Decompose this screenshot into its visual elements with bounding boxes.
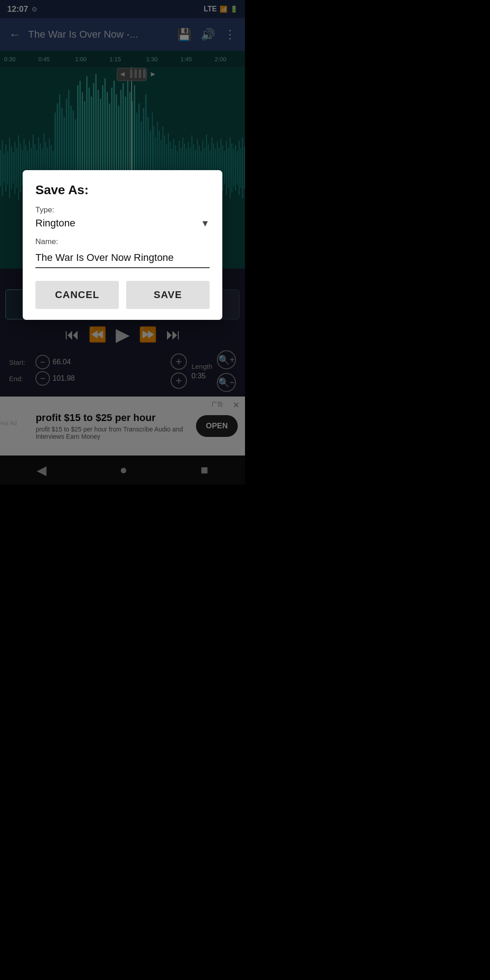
name-label: Name:	[35, 237, 210, 246]
save-as-dialog: Save As: Type: Ringtone ▼ Name: CANCEL S…	[23, 170, 222, 320]
type-dropdown[interactable]: Ringtone ▼	[35, 217, 210, 229]
type-value: Ringtone	[35, 217, 75, 229]
filename-input[interactable]	[35, 250, 210, 268]
cancel-button[interactable]: CANCEL	[35, 281, 119, 309]
type-label: Type:	[35, 206, 210, 215]
dropdown-arrow-icon: ▼	[201, 218, 210, 229]
dialog-buttons: CANCEL SAVE	[35, 281, 210, 309]
save-button[interactable]: SAVE	[126, 281, 210, 309]
dialog-title: Save As:	[35, 183, 210, 197]
dialog-overlay: Save As: Type: Ringtone ▼ Name: CANCEL S…	[0, 0, 245, 490]
